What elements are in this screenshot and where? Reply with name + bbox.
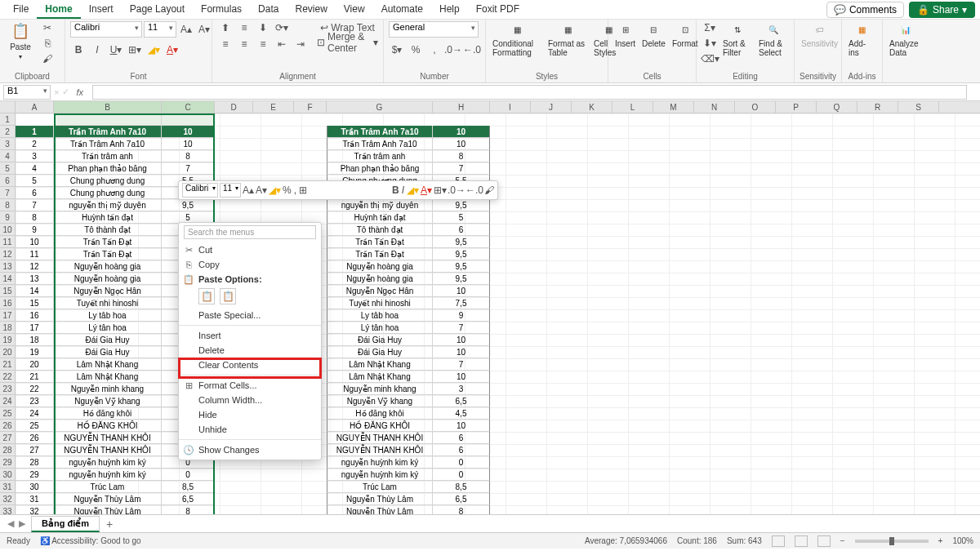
row-header-5[interactable]: 5 xyxy=(0,162,15,175)
cell[interactable]: Chung phương dung xyxy=(54,187,162,199)
analyze-button[interactable]: 📊Analyze Data xyxy=(888,21,924,57)
cell[interactable]: Ly tâb hoa xyxy=(54,309,162,322)
copy-icon[interactable]: ⎘ xyxy=(39,37,56,50)
cell[interactable]: 4,5 xyxy=(433,407,490,420)
cell[interactable]: 6 xyxy=(16,187,54,199)
ctx-paste-special[interactable]: Paste Special... xyxy=(179,308,321,322)
cell[interactable]: Nguyễn Vỹ khang xyxy=(54,395,162,407)
cell[interactable]: Đái Gia Huy xyxy=(54,346,162,358)
zoom-in[interactable]: + xyxy=(938,536,943,545)
paste-opt-2[interactable]: 📋 xyxy=(220,288,236,304)
cell[interactable]: 8 xyxy=(433,150,490,162)
autosum-icon[interactable]: Σ▾ xyxy=(702,21,718,34)
row-header-23[interactable]: 23 xyxy=(0,383,15,395)
fill-color-button[interactable]: ◢▾ xyxy=(145,43,162,56)
cell[interactable]: nguyễn huỳnh kim ký xyxy=(327,456,433,469)
cell[interactable]: Ly tâb hoa xyxy=(327,309,433,322)
menu-tab-file[interactable]: File xyxy=(5,1,37,19)
bold-button[interactable]: B xyxy=(70,43,87,56)
cell[interactable]: 0 xyxy=(433,456,490,469)
cell[interactable]: 16 xyxy=(16,309,54,322)
menu-tab-home[interactable]: Home xyxy=(37,1,80,19)
cell[interactable]: 3 xyxy=(16,150,54,162)
cell[interactable]: 30 xyxy=(16,481,54,493)
ctx-unhide[interactable]: Unhide xyxy=(179,422,321,437)
cell[interactable]: 17 xyxy=(16,322,54,334)
cell[interactable]: 6,5 xyxy=(433,493,490,505)
cell[interactable]: 9 xyxy=(16,224,54,236)
comments-button[interactable]: 💬 Comments xyxy=(826,2,904,18)
cell[interactable]: Nguyễn minh khang xyxy=(327,383,433,395)
cell[interactable]: nguyễn thị mỹ duyên xyxy=(54,199,162,211)
cell[interactable]: Hồ đăng khôi xyxy=(327,407,433,420)
fx-icon[interactable]: fx xyxy=(76,87,89,97)
comma-icon[interactable]: , xyxy=(426,43,443,56)
menu-tab-formulas[interactable]: Formulas xyxy=(193,1,250,19)
format-cells-button[interactable]: ⊡Format xyxy=(670,21,700,48)
cell[interactable]: 6 xyxy=(433,432,490,444)
find-select-button[interactable]: 🔍Find & Select xyxy=(757,21,790,57)
mini-size-select[interactable]: 11 xyxy=(220,183,241,198)
cell[interactable]: Nguyễn Ngọc Hân xyxy=(54,285,162,297)
size-select[interactable]: 11 xyxy=(144,21,176,38)
cell[interactable]: 6 xyxy=(433,224,490,236)
row-header-20[interactable]: 20 xyxy=(0,346,15,358)
cell[interactable]: Trần Tấn Đạt xyxy=(54,236,162,248)
menu-tab-page-layout[interactable]: Page Layout xyxy=(122,1,193,19)
menu-tab-view[interactable]: View xyxy=(336,1,373,19)
cell[interactable]: Nguyễn hoàng gia xyxy=(54,273,162,285)
col-header-G[interactable]: G xyxy=(327,101,433,113)
zoom-slider[interactable] xyxy=(855,540,929,543)
ctx-clear[interactable]: Clear Contents xyxy=(179,358,321,372)
font-select[interactable]: Calibri xyxy=(70,21,142,38)
cell[interactable] xyxy=(54,113,162,126)
cell[interactable]: 10 xyxy=(433,126,490,138)
col-header-B[interactable]: B xyxy=(54,101,162,113)
mini-fill2-icon[interactable]: ◢▾ xyxy=(407,184,419,197)
col-header-Q[interactable]: Q xyxy=(817,101,858,113)
cell[interactable]: 10 xyxy=(433,346,490,358)
cell[interactable]: Đái Gia Huy xyxy=(327,334,433,346)
row-header-24[interactable]: 24 xyxy=(0,395,15,407)
col-header-A[interactable]: A xyxy=(16,101,54,113)
cell[interactable]: Trần Trâm Anh 7a10 xyxy=(54,126,162,138)
shrink-font-icon[interactable]: A▾ xyxy=(196,23,212,36)
cell[interactable]: Trần Trâm Anh 7a10 xyxy=(327,126,433,138)
mini-bold-icon[interactable]: B xyxy=(392,184,399,197)
format-table-button[interactable]: ▦Format as Table xyxy=(546,21,589,57)
row-header-14[interactable]: 14 xyxy=(0,273,15,285)
cell[interactable]: 10 xyxy=(433,138,490,150)
mini-fontcolor-icon[interactable]: A▾ xyxy=(421,184,432,197)
col-header-J[interactable]: J xyxy=(531,101,572,113)
cell[interactable]: 5 xyxy=(16,175,54,187)
cell[interactable]: HỒ ĐĂNG KHÔI xyxy=(54,420,162,432)
cell[interactable]: 10 xyxy=(433,420,490,432)
underline-button[interactable]: U▾ xyxy=(108,43,124,56)
menu-tab-automate[interactable]: Automate xyxy=(373,1,431,19)
row-header-9[interactable]: 9 xyxy=(0,211,15,224)
cell[interactable]: Trần Tấn Đạt xyxy=(327,236,433,248)
row-header-31[interactable]: 31 xyxy=(0,481,15,493)
mini-fill-icon[interactable]: ◢▾ xyxy=(269,184,281,197)
name-box[interactable]: B1 xyxy=(3,85,51,100)
menu-tab-insert[interactable]: Insert xyxy=(81,1,122,19)
col-header-K[interactable]: K xyxy=(572,101,612,113)
row-header-13[interactable]: 13 xyxy=(0,260,15,273)
row-header-33[interactable]: 33 xyxy=(0,505,15,514)
row-header-30[interactable]: 30 xyxy=(0,469,15,481)
cell[interactable]: 15 xyxy=(16,297,54,309)
cell[interactable]: 7,5 xyxy=(433,297,490,309)
addins-button[interactable]: ▦Add-ins xyxy=(847,21,877,57)
dec-decimal-icon[interactable]: ←.0 xyxy=(464,43,480,56)
cell[interactable]: Lâm Nhật Khang xyxy=(54,358,162,371)
row-header-11[interactable]: 11 xyxy=(0,236,15,248)
cut-icon[interactable]: ✂ xyxy=(39,21,56,34)
sheet-add[interactable]: + xyxy=(103,518,116,531)
cell[interactable]: 31 xyxy=(16,493,54,505)
view-break-icon[interactable] xyxy=(817,535,831,547)
cell[interactable]: Tuyết nhi hinoshi xyxy=(327,297,433,309)
cell[interactable]: 8,5 xyxy=(162,481,215,493)
align-bot-icon[interactable]: ⬇ xyxy=(255,21,271,34)
fill-icon[interactable]: ⬇▾ xyxy=(702,37,718,50)
cell[interactable]: Trần trâm anh xyxy=(54,150,162,162)
